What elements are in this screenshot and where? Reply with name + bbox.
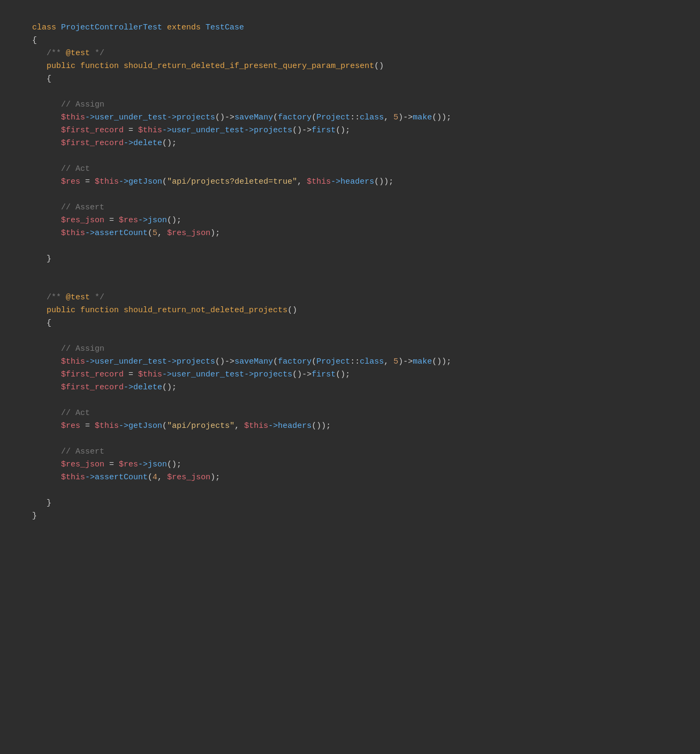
code-line: { [32, 317, 668, 330]
code-line: class ProjectControllerTest extends Test… [32, 21, 668, 34]
code-line [32, 433, 668, 446]
code-line: $first_record->delete(); [32, 381, 668, 394]
code-line: } [32, 253, 668, 266]
code-line: { [32, 34, 668, 47]
code-line: // Assign [32, 99, 668, 111]
code-line: $res_json = $res->json(); [32, 214, 668, 227]
code-line: // Assert [32, 201, 668, 214]
code-line: // Act [32, 407, 668, 420]
code-line: public function should_return_deleted_if… [32, 60, 668, 73]
code-line [32, 266, 668, 278]
code-line: $this->assertCount(4, $res_json); [32, 471, 668, 484]
code-line [32, 394, 668, 407]
code-line: $first_record = $this->user_under_test->… [32, 124, 668, 137]
code-line [32, 86, 668, 99]
code-line: $this->assertCount(5, $res_json); [32, 227, 668, 240]
code-line [32, 278, 668, 291]
code-line: $res = $this->getJson("api/projects", $t… [32, 420, 668, 433]
code-line [32, 240, 668, 253]
code-line: // Assert [32, 446, 668, 458]
code-line: $this->user_under_test->projects()->save… [32, 356, 668, 368]
code-line [32, 484, 668, 497]
code-line [32, 330, 668, 343]
code-line: // Assign [32, 343, 668, 356]
code-line: { [32, 73, 668, 86]
code-editor: class ProjectControllerTest extends Test… [0, 0, 700, 544]
code-line: $this->user_under_test->projects()->save… [32, 111, 668, 124]
code-line [32, 150, 668, 163]
code-line: } [32, 510, 668, 523]
code-line: public function should_return_not_delete… [32, 304, 668, 317]
code-line: // Act [32, 163, 668, 176]
code-line: $first_record = $this->user_under_test->… [32, 368, 668, 381]
code-line: /** @test */ [32, 47, 668, 60]
code-line [32, 188, 668, 201]
code-line: $first_record->delete(); [32, 137, 668, 150]
code-line: $res = $this->getJson("api/projects?dele… [32, 176, 668, 188]
code-line: $res_json = $res->json(); [32, 458, 668, 471]
code-line: } [32, 497, 668, 510]
code-line: /** @test */ [32, 291, 668, 304]
